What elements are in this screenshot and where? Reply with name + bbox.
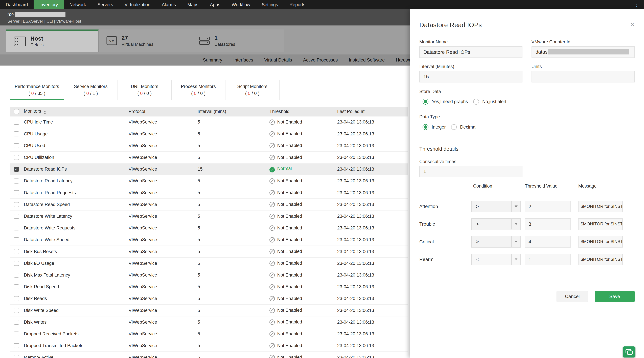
select-all-checkbox[interactable] — [14, 109, 19, 114]
data-type-option-decimal[interactable]: Decimal — [451, 124, 476, 130]
table-row[interactable]: Datastore Read SpeedVIWebService5Not Ena… — [10, 199, 408, 210]
data-type-option-integer[interactable]: Integer — [422, 124, 446, 130]
condition-select[interactable]: > — [472, 218, 521, 230]
nav-item-reports[interactable]: Reports — [284, 0, 311, 9]
card-virtual-machines[interactable]: VM 27 Virtual Machines — [98, 29, 192, 52]
row-checkbox[interactable] — [14, 332, 19, 336]
monitor-name[interactable]: Disk Write Speed — [24, 308, 128, 313]
nav-item-servers[interactable]: Servers — [92, 0, 119, 9]
table-row[interactable]: CPU Idle TimeVIWebService5Not Enabled23-… — [10, 117, 408, 128]
host-tab-summary[interactable]: Summary — [203, 57, 222, 63]
monitor-name[interactable]: CPU Used — [24, 143, 128, 148]
nav-item-settings[interactable]: Settings — [256, 0, 284, 9]
row-checkbox[interactable] — [14, 296, 19, 301]
monitor-name[interactable]: Dropped Received Packets — [24, 331, 128, 337]
table-row[interactable]: Datastore Write SpeedVIWebService5Not En… — [10, 234, 408, 246]
table-row[interactable]: Memory ActiveVIWebService5Not Enabled23-… — [10, 352, 408, 358]
store-data-option-yes-i-need-graphs[interactable]: Yes,I need graphs — [422, 99, 468, 104]
row-checkbox[interactable] — [14, 261, 19, 266]
threshold-message-input[interactable]: $MONITOR for $INSTA — [578, 201, 622, 212]
row-checkbox[interactable] — [14, 179, 19, 183]
monitor-name[interactable]: CPU Utilization — [24, 155, 128, 160]
threshold-message-input[interactable]: $MONITOR for $INSTA — [578, 218, 622, 230]
host-tab-active-processes[interactable]: Active Processes — [303, 57, 338, 63]
vmware-counter-id-input[interactable]: datas — [532, 46, 634, 58]
monitor-tab-service-monitors[interactable]: Service Monitors( 0 / 1 ) — [64, 80, 118, 100]
host-tab-interfaces[interactable]: Interfaces — [233, 57, 253, 63]
card-host-details[interactable]: Host Details — [6, 29, 98, 52]
close-icon[interactable]: × — [630, 21, 634, 27]
sort-icon[interactable] — [44, 111, 46, 115]
nav-item-dashboard[interactable]: Dashboard — [0, 0, 34, 9]
monitor-name[interactable]: Datastore Write Speed — [24, 237, 128, 242]
row-checkbox[interactable] — [14, 237, 19, 242]
interval-input[interactable] — [419, 71, 522, 82]
kebab-menu-icon[interactable]: ⋮ — [630, 0, 644, 9]
row-checkbox[interactable] — [14, 143, 19, 148]
table-row[interactable]: Disk Max Total LatencyVIWebService5Not E… — [10, 269, 408, 281]
threshold-value-input[interactable]: 3 — [525, 218, 571, 230]
consecutive-times-input[interactable] — [419, 166, 522, 177]
monitor-name[interactable]: Datastore Read Latency — [24, 178, 128, 183]
table-row[interactable]: Dropped Transmitted PacketsVIWebService5… — [10, 340, 408, 352]
threshold-message-input[interactable]: $MONITOR for $INSTA — [578, 236, 622, 247]
table-row[interactable]: Datastore Read RequestsVIWebService5Not … — [10, 187, 408, 199]
table-row[interactable]: Disk I/O UsageVIWebService5Not Enabled23… — [10, 258, 408, 269]
row-checkbox[interactable] — [14, 284, 19, 289]
nav-item-maps[interactable]: Maps — [182, 0, 204, 9]
table-row[interactable]: CPU UsageVIWebService5Not Enabled23-04-2… — [10, 128, 408, 140]
row-checkbox[interactable] — [14, 343, 19, 348]
threshold-value-input[interactable]: 4 — [525, 236, 571, 247]
table-row[interactable]: Disk ReadsVIWebService5Not Enabled23-04-… — [10, 293, 408, 305]
monitor-name[interactable]: Datastore Write Latency — [24, 214, 128, 219]
monitor-name[interactable]: Dropped Transmitted Packets — [24, 343, 128, 348]
row-checkbox[interactable] — [14, 308, 19, 313]
monitor-name[interactable]: Disk Max Total Latency — [24, 273, 128, 278]
table-row[interactable]: Disk Read SpeedVIWebService5Not Enabled2… — [10, 281, 408, 293]
monitor-name[interactable]: Datastore Read Requests — [24, 190, 128, 195]
monitor-tab-url-monitors[interactable]: URL Monitors( 0 / 0 ) — [118, 80, 172, 100]
host-tab-installed-software[interactable]: Installed Software — [349, 57, 385, 63]
row-checkbox[interactable] — [14, 120, 19, 125]
monitor-tab-process-monitors[interactable]: Process Monitors( 0 / 0 ) — [172, 80, 225, 100]
monitor-name[interactable]: Disk Read Speed — [24, 284, 128, 289]
row-checkbox[interactable]: ✓ — [14, 167, 19, 172]
store-data-option-no-just-alert[interactable]: No,just alert — [473, 99, 506, 104]
nav-item-alarms[interactable]: Alarms — [156, 0, 182, 9]
card-datastores[interactable]: 1 Datastores — [192, 29, 284, 52]
table-row[interactable]: Datastore Read LatencyVIWebService5Not E… — [10, 175, 408, 187]
row-checkbox[interactable] — [14, 249, 19, 254]
monitor-name[interactable]: Disk I/O Usage — [24, 261, 128, 266]
row-checkbox[interactable] — [14, 273, 19, 278]
nav-item-apps[interactable]: Apps — [204, 0, 226, 9]
nav-item-workflow[interactable]: Workflow — [226, 0, 256, 9]
table-row[interactable]: Datastore Write LatencyVIWebService5Not … — [10, 210, 408, 222]
chat-fab-button[interactable] — [623, 347, 636, 358]
monitor-tab-performance-monitors[interactable]: Performance Monitors( 0 / 35 ) — [10, 80, 64, 100]
threshold-value-input[interactable]: 1 — [525, 254, 571, 265]
host-tab-virtual-details[interactable]: Virtual Details — [264, 57, 292, 63]
monitor-name[interactable]: Datastore Write Requests — [24, 225, 128, 231]
save-button[interactable]: Save — [595, 291, 634, 302]
threshold-value-input[interactable]: 2 — [525, 201, 571, 212]
monitor-tab-script-monitors[interactable]: Script Monitors( 0 / 0 ) — [226, 80, 279, 100]
monitor-name[interactable]: CPU Idle Time — [24, 120, 128, 125]
condition-select[interactable]: > — [472, 201, 521, 212]
table-row[interactable]: CPU UtilizationVIWebService5Not Enabled2… — [10, 152, 408, 164]
table-row[interactable]: Disk Bus ResetsVIWebService5Not Enabled2… — [10, 246, 408, 258]
row-checkbox[interactable] — [14, 226, 19, 230]
row-checkbox[interactable] — [14, 355, 19, 358]
monitor-name[interactable]: Disk Reads — [24, 296, 128, 301]
monitor-name[interactable]: Datastore Read IOPs — [24, 167, 128, 172]
row-checkbox[interactable] — [14, 190, 19, 195]
row-checkbox[interactable] — [14, 131, 19, 136]
table-row[interactable]: CPU UsedVIWebService5Not Enabled23-04-20… — [10, 140, 408, 152]
nav-item-inventory[interactable]: Inventory — [34, 0, 64, 9]
row-checkbox[interactable] — [14, 155, 19, 160]
monitor-name[interactable]: Datastore Read Speed — [24, 202, 128, 207]
row-checkbox[interactable] — [14, 320, 19, 325]
nav-item-virtualization[interactable]: Virtualization — [119, 0, 156, 9]
monitor-name[interactable]: Disk Writes — [24, 320, 128, 325]
cancel-button[interactable]: Cancel — [556, 291, 588, 302]
table-row[interactable]: Dropped Received PacketsVIWebService5Not… — [10, 328, 408, 340]
